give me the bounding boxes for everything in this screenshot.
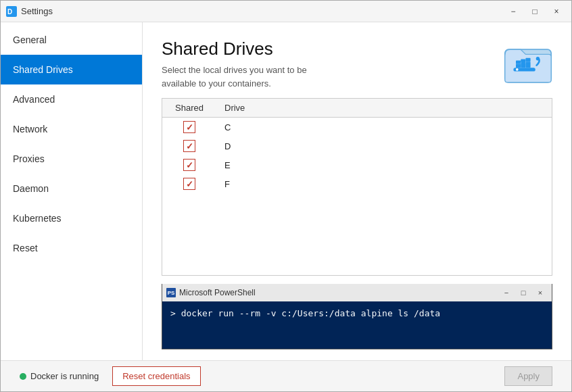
sidebar-item-kubernetes[interactable]: Kubernetes — [1, 203, 142, 233]
reset-credentials-button[interactable]: Reset credentials — [112, 366, 200, 386]
bottom-left: Docker is running Reset credentials — [20, 366, 201, 386]
ps-minimize-button[interactable]: − — [499, 287, 514, 299]
titlebar-title: Settings — [21, 6, 53, 16]
content-area: Shared Drives Select the local drives yo… — [143, 22, 571, 360]
close-button[interactable]: × — [547, 4, 566, 19]
svg-rect-6 — [516, 60, 521, 64]
drive-letter-cell: E — [216, 155, 552, 174]
drives-table-container: Shared Drive CDEF — [162, 98, 552, 276]
drive-shared-cell — [162, 118, 216, 137]
settings-window: D Settings − □ × General Shared Drives A… — [0, 0, 572, 392]
docker-title-icon: D — [6, 6, 17, 17]
apply-button[interactable]: Apply — [504, 366, 552, 386]
svg-rect-7 — [521, 59, 525, 63]
sidebar: General Shared Drives Advanced Network P… — [1, 22, 143, 360]
drive-checkbox[interactable] — [183, 159, 195, 171]
svg-text:D: D — [7, 8, 12, 16]
docker-status: Docker is running — [20, 371, 99, 381]
drive-letter-cell: C — [216, 118, 552, 137]
powershell-icon: PS — [166, 288, 176, 297]
table-row: D — [162, 137, 552, 155]
powershell-titlebar: PS Microsoft PowerShell − □ × — [162, 284, 552, 301]
table-row: E — [162, 155, 552, 174]
sidebar-item-daemon[interactable]: Daemon — [1, 174, 142, 203]
titlebar-left: D Settings — [6, 6, 53, 17]
powershell-body: > docker run --rm -v c:/Users:/data alpi… — [162, 301, 552, 349]
drive-checkbox[interactable] — [183, 178, 195, 190]
status-label: Docker is running — [30, 371, 99, 381]
drive-shared-cell — [162, 155, 216, 174]
docker-icon-area — [504, 39, 552, 89]
ps-close-button[interactable]: × — [533, 287, 548, 299]
sidebar-item-reset[interactable]: Reset — [1, 233, 142, 263]
sidebar-item-network[interactable]: Network — [1, 114, 142, 144]
drives-table: Shared Drive CDEF — [162, 99, 552, 193]
sidebar-item-proxies[interactable]: Proxies — [1, 144, 142, 174]
svg-rect-4 — [521, 63, 525, 68]
status-dot — [20, 373, 26, 380]
content-header: Shared Drives Select the local drives yo… — [162, 39, 552, 90]
main-content: General Shared Drives Advanced Network P… — [1, 22, 571, 360]
table-row: C — [162, 118, 552, 137]
sidebar-item-general[interactable]: General — [1, 25, 142, 55]
col-drive: Drive — [216, 99, 552, 118]
svg-point-11 — [516, 68, 519, 71]
bottom-bar: Docker is running Reset credentials Appl… — [1, 360, 571, 391]
minimize-button[interactable]: − — [504, 4, 523, 19]
titlebar: D Settings − □ × — [1, 1, 571, 22]
svg-rect-5 — [525, 62, 530, 68]
powershell-titlebar-left: PS Microsoft PowerShell — [166, 288, 256, 297]
drive-checkbox[interactable] — [183, 140, 195, 152]
ps-maximize-button[interactable]: □ — [516, 287, 531, 299]
sidebar-item-advanced[interactable]: Advanced — [1, 84, 142, 114]
powershell-title: Microsoft PowerShell — [179, 288, 256, 297]
powershell-panel: PS Microsoft PowerShell − □ × > docker r… — [162, 284, 552, 349]
docker-folder-icon — [504, 39, 552, 87]
svg-point-9 — [536, 57, 540, 60]
table-row: F — [162, 174, 552, 193]
page-title: Shared Drives — [162, 39, 493, 59]
svg-rect-8 — [525, 58, 530, 62]
powershell-command: > docker run --rm -v c:/Users:/data alpi… — [170, 308, 440, 318]
col-shared: Shared — [162, 99, 216, 118]
maximize-button[interactable]: □ — [525, 4, 544, 19]
drive-letter-cell: F — [216, 174, 552, 193]
drive-checkbox[interactable] — [183, 121, 195, 133]
drive-shared-cell — [162, 137, 216, 155]
drive-shared-cell — [162, 174, 216, 193]
titlebar-controls: − □ × — [504, 4, 566, 19]
drive-letter-cell: D — [216, 137, 552, 155]
powershell-controls: − □ × — [499, 287, 548, 299]
sidebar-item-shared-drives[interactable]: Shared Drives — [1, 55, 142, 84]
svg-rect-3 — [516, 64, 521, 68]
content-title-area: Shared Drives Select the local drives yo… — [162, 39, 493, 90]
page-subtitle: Select the local drives you want to beav… — [162, 64, 493, 90]
